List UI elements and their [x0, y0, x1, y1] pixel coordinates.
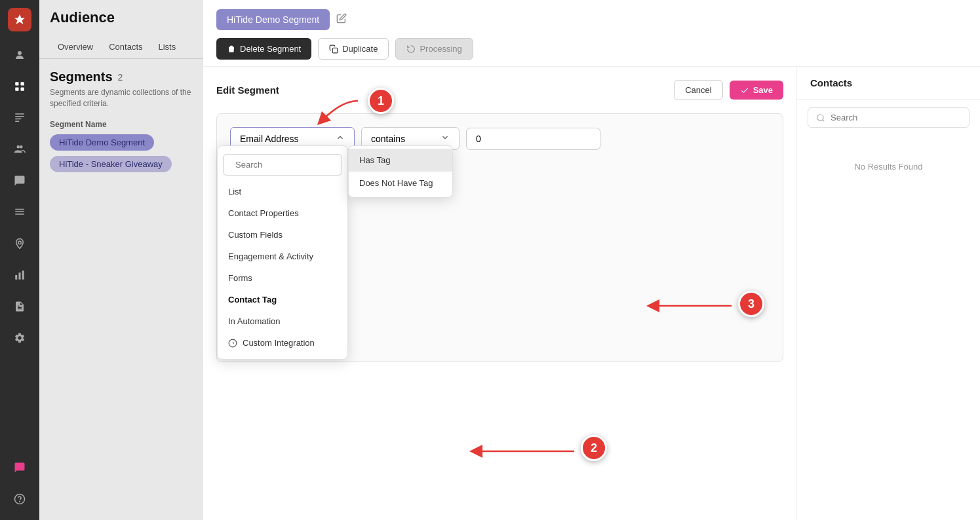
processing-button: Processing: [395, 38, 473, 60]
field-search-container: ✕: [223, 154, 342, 176]
svg-rect-17: [332, 48, 338, 53]
field-option-custom-integration[interactable]: Custom Integration: [218, 332, 347, 354]
svg-point-15: [20, 501, 20, 502]
svg-point-19: [817, 114, 823, 120]
segments-section: Segments 2 Segments are dynamic collecti…: [39, 59, 203, 188]
app-logo[interactable]: [8, 8, 31, 31]
left-panel: Audience Overview Contacts Lists Segment…: [39, 0, 203, 520]
field-dropdown: ✕ List Contact Properties Custom Fields …: [217, 145, 348, 360]
segment-title-button[interactable]: HiTide Demo Segment: [216, 9, 330, 30]
delete-label: Delete Segment: [240, 44, 301, 54]
save-button[interactable]: Save: [730, 81, 783, 100]
svg-point-5: [17, 145, 20, 149]
reports-nav-icon[interactable]: [7, 293, 33, 320]
main-content: HiTide Demo Segment Delete Segment Dupli…: [203, 0, 980, 520]
annotation-2: 2: [581, 435, 607, 461]
edit-segment-panel: Edit Segment Cancel Save Email Address: [203, 67, 796, 520]
field-option-contact-tag[interactable]: Contact Tag: [218, 289, 347, 310]
duplicate-button[interactable]: Duplicate: [318, 38, 389, 60]
top-bar: HiTide Demo Segment Delete Segment Dupli…: [203, 0, 980, 67]
segments-title: Segments 2: [50, 69, 193, 84]
svg-rect-8: [15, 212, 24, 213]
segment-title-row: HiTide Demo Segment: [216, 9, 967, 30]
svg-point-6: [20, 145, 23, 149]
operator-dropdown: Has Tag Does Not Have Tag: [348, 145, 453, 198]
duplicate-label: Duplicate: [342, 44, 378, 54]
field-search-input[interactable]: [235, 160, 345, 170]
field-option-custom-fields[interactable]: Custom Fields: [218, 224, 347, 246]
svg-rect-9: [15, 214, 24, 215]
field-option-in-automation[interactable]: In Automation: [218, 310, 347, 332]
annotation-1: 1: [368, 88, 394, 114]
campaigns-nav-icon[interactable]: [7, 105, 33, 131]
svg-point-0: [18, 51, 22, 55]
edit-area: Edit Segment Cancel Save Email Address: [203, 67, 980, 520]
svg-rect-4: [21, 88, 24, 91]
help-nav-icon[interactable]: [7, 486, 33, 512]
delete-segment-button[interactable]: Delete Segment: [216, 38, 311, 60]
edit-segment-header: Edit Segment Cancel Save: [216, 80, 783, 100]
svg-rect-11: [15, 275, 17, 280]
annotation-3: 3: [738, 291, 764, 317]
op-has-tag[interactable]: Has Tag: [349, 149, 452, 172]
integration-icon: [228, 339, 237, 348]
svg-rect-2: [21, 82, 24, 85]
contacts-label: Contacts: [810, 77, 852, 88]
edit-segment-label: Edit Segment: [216, 84, 279, 96]
contacts-search-icon: [816, 113, 825, 122]
condition-container: Email Address contains: [216, 113, 783, 362]
contacts-search-input[interactable]: [831, 113, 961, 122]
messages-pink-nav-icon[interactable]: [7, 455, 33, 481]
location-nav-icon[interactable]: [7, 231, 33, 257]
svg-rect-16: [230, 45, 233, 46]
svg-rect-13: [22, 270, 24, 280]
lists-nav-icon[interactable]: [7, 199, 33, 225]
chevron-down-icon: [441, 133, 450, 144]
tab-overview[interactable]: Overview: [50, 37, 101, 58]
contacts-search-container: [808, 107, 970, 128]
contacts-nav-icon[interactable]: [7, 42, 33, 68]
cancel-button[interactable]: Cancel: [674, 80, 722, 100]
edit-segment-name-button[interactable]: [336, 13, 347, 26]
condition-value-input[interactable]: [466, 128, 600, 150]
contacts-header: Contacts: [797, 67, 980, 100]
custom-integration-label: Custom Integration: [243, 338, 315, 348]
op-does-not-have-tag[interactable]: Does Not Have Tag: [349, 172, 452, 195]
svg-rect-7: [15, 209, 24, 210]
processing-label: Processing: [420, 44, 461, 54]
field-option-engagement[interactable]: Engagement & Activity: [218, 246, 347, 267]
field-value: Email Address: [240, 134, 298, 144]
field-option-list[interactable]: List: [218, 181, 347, 202]
right-panel: Contacts No Results Found: [796, 67, 980, 520]
chat-nav-icon[interactable]: [7, 168, 33, 194]
settings-nav-icon[interactable]: [7, 325, 33, 351]
segments-count: 2: [118, 72, 123, 83]
sidebar: [0, 0, 39, 520]
page-title: Audience: [50, 9, 193, 26]
chevron-up-icon: [336, 133, 345, 144]
svg-point-10: [18, 241, 22, 244]
segment-item-sneaker[interactable]: HiTide - Sneaker Giveaway: [50, 156, 172, 172]
segment-item-hitide-demo[interactable]: HiTide Demo Segment: [50, 134, 154, 151]
dashboard-nav-icon[interactable]: [7, 73, 33, 100]
nav-tabs: Overview Contacts Lists: [39, 26, 203, 59]
no-results-text: No Results Found: [797, 136, 980, 198]
field-option-forms[interactable]: Forms: [218, 267, 347, 289]
svg-rect-12: [19, 272, 21, 280]
save-label: Save: [753, 85, 773, 95]
header-actions: Cancel Save: [674, 80, 783, 100]
action-buttons: Delete Segment Duplicate Processing: [216, 38, 967, 60]
arrow-2: [460, 438, 584, 464]
field-option-contact-props[interactable]: Contact Properties: [218, 202, 347, 224]
svg-rect-1: [15, 82, 18, 85]
tab-contacts[interactable]: Contacts: [101, 37, 150, 58]
svg-rect-3: [15, 88, 18, 91]
groups-nav-icon[interactable]: [7, 136, 33, 162]
tab-lists[interactable]: Lists: [151, 37, 184, 58]
segment-column-header: Segment Name: [50, 120, 193, 129]
segments-description: Segments are dynamic collections of the …: [50, 87, 193, 109]
operator-value: contains: [371, 134, 405, 144]
arrow-3: [637, 296, 741, 316]
analytics-nav-icon[interactable]: [7, 262, 33, 288]
